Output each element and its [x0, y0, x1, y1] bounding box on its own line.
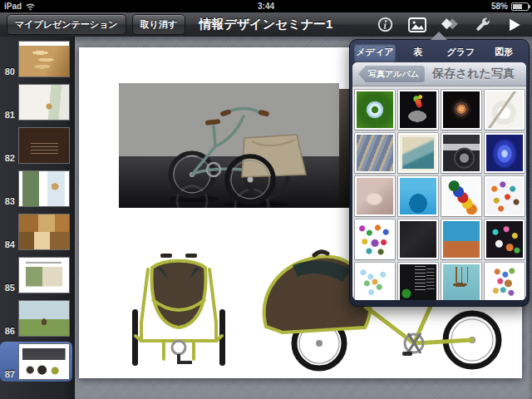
tab-table[interactable]: 表 [397, 44, 439, 62]
play-icon[interactable] [505, 17, 524, 33]
slide-number: 84 [0, 239, 18, 250]
slide-thumb-80[interactable]: 80 [0, 39, 72, 79]
slide-number: 80 [0, 66, 18, 77]
photo-cup-colored-flame[interactable] [398, 90, 438, 130]
tab-shapes[interactable]: 図形 [483, 44, 525, 62]
photo-text-poster[interactable] [398, 263, 438, 300]
photo-node-diagram[interactable] [355, 263, 395, 300]
cargo-trike-3d-photo[interactable] [119, 83, 339, 208]
photo-little-planet[interactable] [355, 90, 395, 130]
slide-number: 86 [0, 326, 18, 337]
clock: 3:44 [0, 2, 532, 11]
slide-thumb-86[interactable]: 86 [0, 298, 72, 338]
battery-icon [511, 2, 529, 11]
slide-number: 81 [0, 110, 18, 121]
photo-teal-wooden-table[interactable] [441, 263, 481, 300]
saved-photos-title: 保存された写真 [432, 66, 515, 81]
slide-thumb-next-gray[interactable] [0, 385, 72, 399]
tools-icon[interactable] [473, 17, 491, 33]
battery-percent: 58% [491, 2, 508, 11]
popover-header: 写真アルバム 保存された写真 [352, 62, 526, 86]
media-icon[interactable] [408, 17, 426, 33]
my-presentations-button[interactable]: マイプレゼンテーション [7, 14, 126, 35]
slide-thumb-87-selected[interactable]: 87 [0, 342, 72, 382]
photo-geometric-scatter[interactable] [485, 176, 525, 216]
slide-number: 85 [0, 283, 18, 293]
photo-cyan-orange-blocks[interactable] [441, 219, 481, 259]
popover-tab-bar: メディア表グラフ図形 [352, 42, 526, 62]
slide-navigator: 80 81 82 83 84 85 86 [0, 37, 75, 399]
photo-blue-pigment-notch[interactable] [398, 176, 438, 216]
slide-thumbnail [18, 127, 70, 164]
undo-button[interactable]: 取り消す [132, 14, 186, 35]
trike-front-view-drawing[interactable] [121, 243, 237, 372]
tab-chart[interactable]: グラフ [441, 44, 482, 62]
slide-number: 87 [0, 369, 18, 380]
transitions-icon[interactable] [441, 17, 459, 33]
photo-white-cup-spoon[interactable] [485, 90, 525, 130]
slide-thumbnail [18, 41, 70, 77]
photo-sunset-porthole[interactable] [441, 90, 481, 130]
photo-confetti-shapes[interactable] [355, 219, 395, 259]
slide-thumb-84[interactable]: 84 [0, 212, 72, 252]
slide-thumb-83[interactable]: 83 [0, 169, 72, 209]
slide-number: 82 [0, 153, 18, 164]
media-popover: メディア表グラフ図形 写真アルバム 保存された写真 [349, 39, 530, 307]
info-icon[interactable] [376, 17, 394, 33]
photo-icon-collage[interactable] [485, 263, 525, 300]
popover-arrow [431, 32, 447, 40]
status-bar: iPad 3:44 58% [0, 0, 532, 12]
slide-number: 83 [0, 196, 18, 207]
photo-dark-doodles[interactable] [485, 219, 525, 259]
toolbar: マイプレゼンテーション 取り消す 情報デザインセミナー1 [0, 12, 532, 37]
slide-thumbnail [18, 214, 70, 250]
slide-thumb-85[interactable]: 85 [0, 255, 72, 295]
popover-body: 写真アルバム 保存された写真 [352, 62, 526, 300]
slide-thumb-81[interactable]: 81 [0, 82, 72, 122]
slide-thumbnail [18, 84, 70, 121]
photo-hands-sepia[interactable] [355, 176, 395, 216]
photo-black-texture[interactable] [398, 219, 438, 259]
photo-vintage-camera[interactable] [441, 133, 481, 173]
photo-albums-back-button[interactable]: 写真アルバム [358, 66, 425, 82]
photo-blue-glow[interactable] [485, 133, 525, 173]
slide-thumbnail [18, 257, 70, 293]
tab-media[interactable]: メディア [354, 44, 396, 62]
slide-thumbnail [18, 170, 70, 207]
photo-grid [352, 86, 526, 300]
slide-thumbnail [18, 343, 70, 380]
photo-colored-balls[interactable] [441, 176, 481, 216]
slide-thumb-82[interactable]: 82 [0, 126, 72, 165]
slide-thumbnail [18, 300, 70, 337]
slide-list: 80 81 82 83 84 85 86 [0, 39, 74, 399]
photo-teal-wave-print[interactable] [398, 133, 438, 173]
keynote-ipad-screen: iPad 3:44 58% マイプレゼンテーション 取り消す 情報デザインセミナ… [0, 0, 532, 399]
photo-field-rows[interactable] [355, 133, 395, 173]
